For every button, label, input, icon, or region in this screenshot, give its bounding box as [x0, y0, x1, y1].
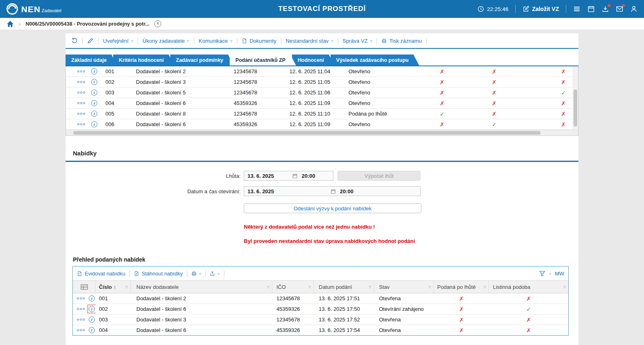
tab-vysledek-zadavaciho-postupu[interactable]: Výsledek zadávacího postupu	[331, 55, 419, 66]
vertical-scrollbar[interactable]	[573, 66, 578, 130]
column-header-nazev-dodavatele[interactable]: Název dodavatele▽	[131, 281, 272, 293]
supplier-name: Dodavatel - školení 6	[134, 119, 231, 129]
calc-deadlines-button[interactable]: Výpočet lhůt	[337, 171, 421, 181]
late-mark: ✗	[434, 325, 489, 335]
info-icon[interactable]: i	[89, 327, 95, 333]
row-menu-icon[interactable]	[77, 92, 85, 94]
register-offer-button[interactable]: Evidovat nabídku	[77, 271, 125, 277]
column-header-stav[interactable]: Stav▽	[374, 281, 434, 293]
filter-caret-icon[interactable]: ▽	[306, 285, 311, 289]
table-row[interactable]: i 005 Dodavatel - školení 8 12345678 12.…	[66, 109, 578, 119]
row-menu-icon[interactable]	[77, 102, 85, 104]
download-offers-button[interactable]: Stáhnout nabídky	[134, 271, 183, 277]
close-record-icon[interactable]: ×	[154, 20, 161, 27]
calendar-icon[interactable]	[587, 5, 595, 13]
table-row[interactable]: i 001 Dodavatel - školení 2 12345678 13.…	[73, 293, 568, 304]
table-row[interactable]: i 003 Dodavatel - školení 3 12345678 13.…	[73, 314, 568, 325]
new-record-icon	[523, 6, 529, 12]
table-row[interactable]: i 004 Dodavatel - školení 6 45359326 12.…	[66, 98, 578, 109]
row-menu-icon[interactable]	[77, 123, 85, 125]
tab-kriteria-hodnoceni[interactable]: Kritéria hodnocení	[113, 55, 174, 66]
filter-caret-icon[interactable]: ▽	[366, 285, 371, 289]
table-row[interactable]: i 002 Dodavatel - školení 3 12345678 12.…	[66, 77, 578, 87]
info-icon[interactable]: i	[91, 100, 97, 106]
table-row[interactable]: i 003 Dodavatel - školení 5 12345678 12.…	[66, 87, 578, 98]
row-menu-icon[interactable]	[77, 81, 85, 83]
menu-nestandardni-stav[interactable]: Nestandardní stav▽	[286, 38, 333, 44]
tab-podani-ucastniku-zp[interactable]: Podání účastníků ZP	[230, 55, 296, 66]
info-icon[interactable]: i	[89, 306, 95, 312]
menu-komunikace[interactable]: Komunikace▽	[199, 38, 232, 44]
info-icon[interactable]: i	[91, 121, 97, 127]
info-icon[interactable]: i	[89, 317, 95, 323]
calendar-icon[interactable]	[292, 173, 298, 179]
row-menu-icon[interactable]	[77, 319, 85, 321]
history-button[interactable]	[71, 37, 78, 44]
menu-ukony-zadavatele[interactable]: Úkony zadavatele▽	[142, 38, 189, 44]
supplier-name: Dodavatel - školení 6	[134, 98, 231, 108]
print-table-button[interactable]: ▽	[191, 271, 201, 276]
table-row[interactable]: i 004 Dodavatel - školení 6 45359326 13.…	[73, 325, 568, 335]
column-header-datum-podani[interactable]: Datum podání▽	[314, 281, 374, 293]
deadline-time[interactable]: 20:00	[298, 173, 315, 179]
row-menu-icon[interactable]	[77, 329, 85, 331]
row-menu-icon[interactable]	[77, 308, 85, 310]
table-row[interactable]: i 001 Dodavatel - školení 2 12345678 12.…	[66, 66, 578, 77]
opening-time[interactable]: 20:00	[336, 188, 353, 194]
filter-caret-icon[interactable]: ▽	[426, 285, 431, 289]
table-row[interactable]: i 002 Dodavatel - školení 6 45359326 13.…	[73, 304, 568, 314]
scrollbar-thumb[interactable]	[574, 90, 577, 127]
info-icon[interactable]: i	[91, 79, 97, 85]
tab-zakladni-udaje[interactable]: Základní údaje	[66, 55, 117, 66]
menu-uverejneni[interactable]: Uveřejnění▽	[103, 38, 133, 44]
messages-icon[interactable]	[616, 5, 623, 13]
breadcrumb-item[interactable]: N006/25/V00005438 - Provozování prodejny…	[26, 21, 149, 27]
menu-icon[interactable]	[573, 5, 580, 13]
row-menu-icon[interactable]	[77, 70, 85, 72]
menu-sprava-vz[interactable]: Správa VZ▽	[343, 38, 372, 44]
column-header-ico[interactable]: IČO▽	[272, 281, 314, 293]
divider	[138, 38, 138, 44]
nen-logo[interactable]: NEN Zadavatel	[7, 3, 61, 15]
row-menu-icon[interactable]	[77, 113, 85, 115]
info-icon[interactable]: i	[91, 68, 97, 74]
menu-dokumenty[interactable]: Dokumenty	[242, 38, 276, 44]
flag-mark: ✗	[416, 66, 468, 76]
chevron-down-icon[interactable]: ▽	[549, 273, 551, 275]
filter-caret-icon[interactable]: ▽	[561, 285, 566, 289]
user-icon[interactable]	[630, 5, 637, 13]
column-header-listinna-podoba[interactable]: Listinná podoba▽	[489, 281, 568, 293]
column-header-podana-po-lhute[interactable]: Podaná po lhůtě▽	[434, 281, 489, 293]
calendar-icon[interactable]	[331, 189, 336, 194]
deadline-field[interactable]: 13. 6. 2025 20:00	[244, 171, 333, 181]
filter-icon[interactable]	[539, 270, 545, 277]
edit-button[interactable]	[87, 37, 94, 44]
filter-caret-icon[interactable]: ▽	[481, 285, 486, 289]
paper-form-mark: ✓	[489, 304, 568, 314]
tab-zadavaci-podminky[interactable]: Zadávací podmínky	[170, 55, 234, 66]
filter-preset-label[interactable]: MW	[555, 271, 564, 277]
deadline-date[interactable]: 13. 6. 2025	[244, 173, 292, 179]
table-row[interactable]: i 006 Dodavatel - školení 6 45359326 12.…	[66, 119, 578, 130]
submission-date: 12. 6. 2025 11:10	[287, 109, 346, 119]
column-settings-icon[interactable]	[73, 281, 96, 293]
send-invitation-button[interactable]: Odeslání výzvy k podání nabídek	[244, 203, 421, 213]
offers-form: Lhůta: 13. 6. 2025 20:00 Výpočet lhůt Da…	[66, 162, 578, 244]
print-record-button[interactable]: Tisk záznamu	[381, 38, 422, 44]
horizontal-scrollbar[interactable]	[66, 130, 578, 135]
info-icon[interactable]: i	[89, 295, 95, 301]
tab-hodnoceni[interactable]: Hodnocení	[292, 55, 335, 66]
scrollbar-thumb[interactable]	[73, 131, 541, 135]
filter-caret-icon[interactable]: ▽	[265, 285, 269, 289]
create-vz-button[interactable]: Založit VZ	[523, 6, 559, 12]
row-menu-icon[interactable]	[77, 297, 85, 299]
opening-date[interactable]: 13. 6. 2025	[244, 188, 331, 194]
info-icon[interactable]: i	[91, 90, 97, 96]
info-icon[interactable]: i	[91, 111, 97, 117]
home-icon[interactable]	[7, 20, 14, 28]
export-button[interactable]: ▽	[210, 271, 219, 276]
column-header-cislo[interactable]: Číslo ↑ ▽	[96, 281, 131, 293]
filter-caret-icon[interactable]: ▽	[123, 285, 128, 289]
opening-field[interactable]: 13. 6. 2025 20:00	[244, 186, 421, 196]
downloads-icon[interactable]	[602, 5, 609, 13]
